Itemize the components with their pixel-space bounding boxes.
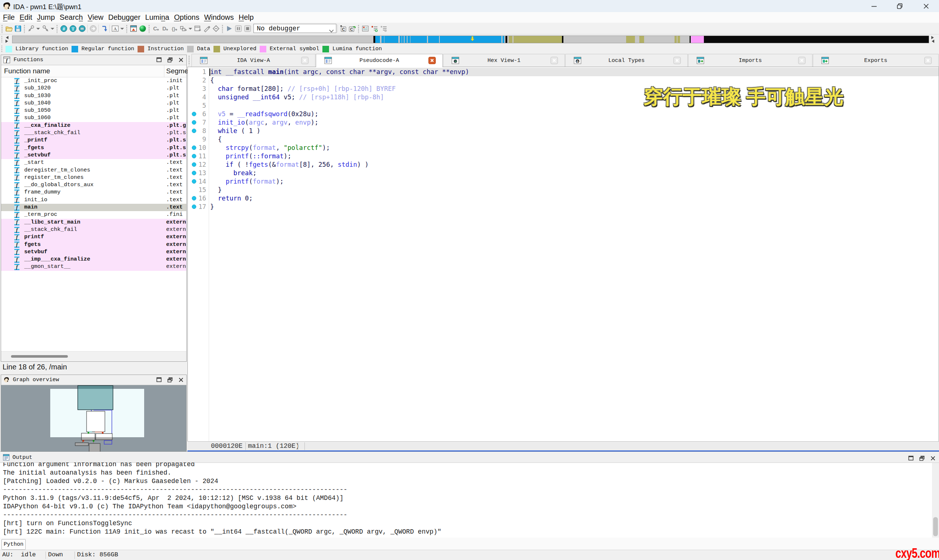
- jump-to-address-icon[interactable]: #: [59, 24, 68, 33]
- code-line[interactable]: 14 printf(format);: [188, 177, 939, 186]
- functions-hscrollbar[interactable]: [1, 351, 187, 362]
- jump-down-icon[interactable]: [99, 24, 109, 33]
- minimize-button[interactable]: [862, 0, 886, 12]
- watch-list-icon[interactable]: [370, 24, 379, 33]
- tab-imports[interactable]: Imports: [688, 54, 813, 67]
- output-vscrollbar-thumb[interactable]: [933, 517, 938, 536]
- code-line[interactable]: 11 printf(::format);: [188, 152, 939, 160]
- pseudocode-view[interactable]: 1int __fastcall main(int argc, const cha…: [187, 67, 939, 441]
- save-database-icon[interactable]: [13, 24, 22, 33]
- code-line[interactable]: 17}: [188, 203, 939, 211]
- function-row[interactable]: f_setvbuf.plt.s: [1, 152, 187, 159]
- output-vscrollbar[interactable]: [932, 463, 939, 538]
- patch-diamond-icon[interactable]: [211, 24, 220, 33]
- module-list-icon[interactable]: [379, 24, 388, 33]
- code-line[interactable]: 1int __fastcall main(int argc, const cha…: [188, 68, 939, 76]
- code-line[interactable]: 10 strcpy(format, "polarctf");: [188, 144, 939, 152]
- function-row[interactable]: f__stack_chk_failextern: [1, 226, 187, 234]
- window-titlebar[interactable]: IDA - pwn1 E:\题\pwn1: [0, 0, 939, 12]
- tab-ida-view-a[interactable]: IDA View-A: [191, 54, 315, 67]
- debugger-select[interactable]: No debugger: [253, 24, 336, 33]
- output-log[interactable]: Function argument information has been p…: [3, 463, 932, 538]
- function-row[interactable]: fsub_1040.plt: [1, 100, 187, 107]
- breakpoint-list-icon[interactable]: [361, 24, 370, 33]
- dropdown-chevron-icon[interactable]: [120, 24, 125, 33]
- tab-close-icon[interactable]: [429, 57, 436, 64]
- code-line[interactable]: 2{: [188, 76, 939, 85]
- code-line[interactable]: 16 return 0;: [188, 194, 939, 203]
- code-line[interactable]: 13 break;: [188, 169, 939, 177]
- function-row[interactable]: fprintfextern: [1, 234, 187, 241]
- tab-exports[interactable]: Exports: [813, 54, 939, 67]
- run-until-return-icon[interactable]: C: [347, 24, 356, 33]
- code-line[interactable]: 8 while ( 1 ): [188, 127, 939, 135]
- menu-help[interactable]: Help: [239, 13, 254, 22]
- function-row[interactable]: fsetvbufextern: [1, 248, 187, 256]
- maximize-panel-icon[interactable]: [156, 377, 162, 383]
- navband-scroll-left[interactable]: [5, 35, 9, 43]
- create-data-icon[interactable]: D: [160, 24, 170, 33]
- function-row[interactable]: f__imp___cxa_finalizeextern: [1, 256, 187, 263]
- debug-start-icon[interactable]: [225, 24, 234, 33]
- tab-close-icon[interactable]: [301, 57, 308, 64]
- output-titlebar[interactable]: Output: [0, 452, 939, 463]
- navigate-forward-icon[interactable]: [41, 24, 50, 33]
- debug-stop-icon[interactable]: [243, 24, 252, 33]
- jump-by-name-icon[interactable]: T: [68, 24, 77, 33]
- functions-table-header[interactable]: Function name Segment: [1, 65, 187, 77]
- code-line[interactable]: 15 }: [188, 186, 939, 194]
- navigation-band[interactable]: [12, 35, 929, 43]
- menu-jump[interactable]: Jump: [37, 13, 55, 22]
- menu-edit[interactable]: Edit: [19, 13, 32, 22]
- tab-close-icon[interactable]: [798, 57, 805, 64]
- maximize-panel-icon[interactable]: [908, 455, 914, 462]
- tab-close-icon[interactable]: [550, 57, 558, 64]
- lumina-sphere-icon[interactable]: [138, 24, 147, 33]
- menu-file[interactable]: File: [3, 13, 15, 22]
- function-row[interactable]: f__do_global_dtors_aux.text: [1, 182, 187, 189]
- close-panel-icon[interactable]: [178, 57, 184, 63]
- function-row[interactable]: ffgetsextern: [1, 241, 187, 248]
- create-array-icon[interactable]: [179, 24, 188, 33]
- function-row[interactable]: f_fgets.plt.s: [1, 145, 187, 152]
- run-to-cursor-icon[interactable]: C: [338, 24, 347, 33]
- jump-to-xref-icon[interactable]: xxx: [77, 24, 86, 33]
- rename-icon[interactable]: A: [110, 24, 120, 33]
- code-line[interactable]: 6 v5 = __readfsqword(0x28u);: [188, 110, 939, 118]
- code-line[interactable]: 9 {: [188, 135, 939, 144]
- menu-windows[interactable]: Windows: [204, 13, 234, 22]
- tab-local-types[interactable]: 0Local Types: [565, 54, 688, 67]
- cli-interpreter-button[interactable]: Python: [2, 539, 26, 550]
- edit-comment-icon[interactable]: [202, 24, 211, 33]
- function-row[interactable]: fsub_1020.plt: [1, 85, 187, 92]
- tab-close-icon[interactable]: [924, 57, 932, 64]
- navigate-back-icon[interactable]: [26, 24, 35, 33]
- create-function-icon[interactable]: C: [151, 24, 160, 33]
- functions-hscrollbar-thumb[interactable]: [11, 355, 68, 358]
- maximize-panel-icon[interactable]: [156, 57, 162, 63]
- function-row[interactable]: f_init_proc.init: [1, 77, 187, 85]
- dropdown-chevron-icon[interactable]: [50, 24, 55, 33]
- open-file-icon[interactable]: [4, 24, 13, 33]
- graph-overview-titlebar[interactable]: Graph overview: [1, 375, 187, 385]
- create-struct-icon[interactable]: {}: [170, 24, 179, 33]
- tab-pseudocode-a[interactable]: Pseudocode-A: [316, 54, 443, 67]
- close-panel-icon[interactable]: [930, 455, 936, 462]
- function-row[interactable]: f__libc_start_mainextern: [1, 219, 187, 226]
- code-line[interactable]: 12 if ( !fgets(&format[8], 256, stdin) ): [188, 160, 939, 169]
- function-row[interactable]: f___stack_chk_fail.plt.se: [1, 129, 187, 137]
- float-panel-icon[interactable]: [167, 377, 173, 383]
- menu-options[interactable]: Options: [174, 13, 199, 22]
- function-row[interactable]: fmain.text: [1, 204, 187, 211]
- code-line[interactable]: 7 init_io(argc, argv, envp);: [188, 118, 939, 127]
- functions-panel-titlebar[interactable]: f Functions: [1, 55, 187, 65]
- menu-view[interactable]: View: [88, 13, 103, 22]
- jump-disabled-icon[interactable]: [88, 24, 97, 33]
- function-row[interactable]: fsub_1060.plt: [1, 114, 187, 122]
- function-row[interactable]: finit_io.text: [1, 197, 187, 204]
- function-row[interactable]: f_printf.plt.s: [1, 137, 187, 144]
- function-row[interactable]: fregister_tm_clones.text: [1, 174, 187, 182]
- function-row[interactable]: f_start.text: [1, 159, 187, 166]
- close-button[interactable]: [914, 0, 938, 12]
- create-window-icon[interactable]: [193, 24, 202, 33]
